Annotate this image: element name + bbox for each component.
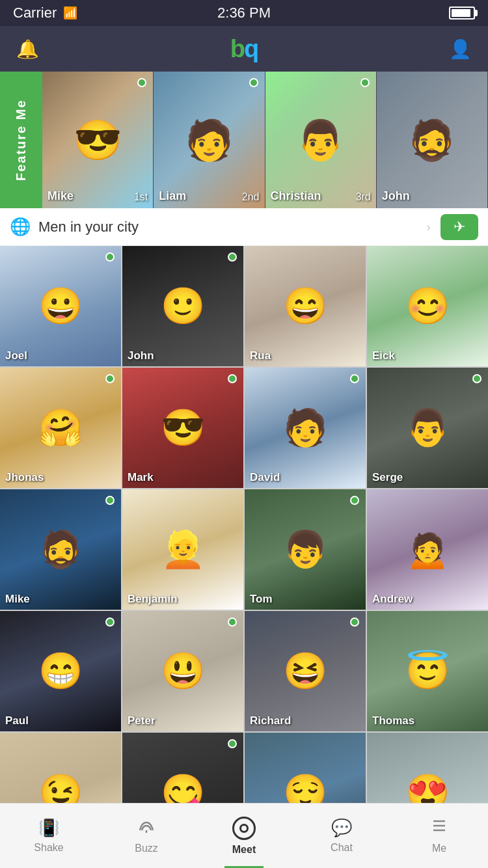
grid-item-Peter[interactable]: 😃Peter xyxy=(122,611,243,731)
grid-photo-16: 😉 xyxy=(0,733,121,803)
featured-bg-1: 😎 xyxy=(42,72,153,208)
logo-q: q xyxy=(244,35,258,63)
grid-item-David[interactable]: 🧑David xyxy=(245,368,366,488)
featured-rank-2: 2nd xyxy=(242,191,260,203)
grid-item-Mike[interactable]: 🧔Mike xyxy=(0,489,121,610)
grid-photo-13: 😃 xyxy=(122,611,243,731)
buzz-icon xyxy=(138,817,155,839)
tab-bar: 📳 Shake Buzz Meet 💬 Chat xyxy=(0,803,488,868)
featured-photo-4[interactable]: 🧔 John xyxy=(377,72,488,208)
grid-photo-6: 🧑 xyxy=(245,368,366,488)
grid-item-Andrew[interactable]: 🙍Andrew xyxy=(367,489,488,610)
tab-shake[interactable]: 📳 Shake xyxy=(0,804,98,868)
featured-photo-1[interactable]: 😎 Mike 1st xyxy=(42,72,154,208)
featured-bg-3: 👨 xyxy=(265,72,376,208)
globe-icon: 🌐 xyxy=(10,217,31,237)
online-dot-1 xyxy=(228,252,237,262)
grid-item-Jhonas[interactable]: 🤗Jhonas xyxy=(0,368,121,488)
grid-name-1: John xyxy=(128,349,154,362)
grid-name-0: Joel xyxy=(5,349,27,362)
grid-name-4: Jhonas xyxy=(5,471,44,484)
meet-target-icon xyxy=(232,817,256,840)
grid-name-6: David xyxy=(250,471,280,484)
grid-name-15: Thomas xyxy=(372,714,414,727)
online-dot-17 xyxy=(228,739,237,748)
meet-icon xyxy=(232,817,256,840)
grid-item-Benjamin[interactable]: 👱Benjamin xyxy=(122,489,243,610)
featured-name-1: Mike xyxy=(47,189,74,203)
feature-me-button[interactable]: Feature Me xyxy=(0,72,42,208)
battery-icon xyxy=(449,7,475,20)
grid-item-Rua[interactable]: 😄Rua xyxy=(245,246,366,366)
grid-photo-15: 😇 xyxy=(367,611,488,731)
grid-photo-8: 🧔 xyxy=(0,489,121,610)
grid-photo-3: 😊 xyxy=(367,246,488,366)
travel-button[interactable]: ✈ xyxy=(441,214,478,240)
online-dot-12 xyxy=(105,617,115,627)
online-dot-8 xyxy=(105,496,115,505)
grid-photo-0: 😀 xyxy=(0,246,121,366)
online-dot-4 xyxy=(105,374,115,383)
grid-item-19[interactable]: 😍 xyxy=(367,733,488,803)
tab-chat-label: Chat xyxy=(331,842,353,854)
featured-photo-2[interactable]: 🧑 Liam 2nd xyxy=(154,72,265,208)
grid-name-5: Mark xyxy=(128,471,154,484)
grid-item-Tom[interactable]: 👦Tom xyxy=(245,489,366,610)
grid-item-Serge[interactable]: 👨Serge xyxy=(367,368,488,488)
tab-buzz[interactable]: Buzz xyxy=(98,804,195,868)
featured-photo-3[interactable]: 👨 Christian 3rd xyxy=(265,72,377,208)
chevron-right-icon: › xyxy=(426,219,431,234)
featured-name-4: John xyxy=(382,189,410,203)
grid-item-Joel[interactable]: 😀Joel xyxy=(0,246,121,366)
location-bar[interactable]: 🌐 Men in your city › ✈ xyxy=(0,208,488,246)
online-dot-10 xyxy=(350,496,359,505)
grid-item-18[interactable]: 😌 xyxy=(245,733,366,803)
grid-name-12: Paul xyxy=(5,714,29,727)
grid-photo-10: 👦 xyxy=(245,489,366,610)
wifi-icon: 📶 xyxy=(63,6,77,20)
featured-name-3: Christian xyxy=(271,189,321,203)
tab-chat[interactable]: 💬 Chat xyxy=(293,804,390,868)
featured-rank-1: 1st xyxy=(134,191,148,203)
status-right xyxy=(449,7,475,20)
grid-name-3: Eick xyxy=(372,349,395,362)
online-dot-0 xyxy=(105,252,115,262)
grid-item-John[interactable]: 🙂John xyxy=(122,246,243,366)
grid-name-10: Tom xyxy=(250,593,273,606)
battery-fill xyxy=(452,9,470,17)
tab-shake-label: Shake xyxy=(34,842,63,854)
grid-name-13: Peter xyxy=(128,714,156,727)
grid-item-16[interactable]: 😉 xyxy=(0,733,121,803)
grid-photo-17: 😋 xyxy=(122,733,243,803)
grid-name-2: Rua xyxy=(250,349,271,362)
status-left: Carrier 📶 xyxy=(13,5,77,21)
carrier-label: Carrier xyxy=(13,5,57,21)
online-dot-7 xyxy=(472,374,481,383)
grid-name-7: Serge xyxy=(372,471,403,484)
featured-rank-3: 3rd xyxy=(356,191,371,203)
featured-strip: Feature Me 😎 Mike 1st 🧑 Liam 2nd 👨 Chris… xyxy=(0,72,488,208)
tab-buzz-label: Buzz xyxy=(135,843,158,854)
grid-photo-2: 😄 xyxy=(245,246,366,366)
shake-icon: 📳 xyxy=(38,818,59,838)
grid-item-Richard[interactable]: 😆Richard xyxy=(245,611,366,731)
grid-item-Mark[interactable]: 😎Mark xyxy=(122,368,243,488)
user-grid: 😀Joel🙂John😄Rua😊Eick🤗Jhonas😎Mark🧑David👨Se… xyxy=(0,246,488,803)
grid-photo-9: 👱 xyxy=(122,489,243,610)
grid-photo-14: 😆 xyxy=(245,611,366,731)
bell-icon[interactable]: 🔔 xyxy=(16,38,39,60)
status-time: 2:36 PM xyxy=(217,5,271,21)
tab-me[interactable]: Me xyxy=(390,804,488,868)
tab-meet[interactable]: Meet xyxy=(195,804,293,868)
grid-item-Paul[interactable]: 😁Paul xyxy=(0,611,121,731)
grid-item-17[interactable]: 😋 xyxy=(122,733,243,803)
grid-item-Eick[interactable]: 😊Eick xyxy=(367,246,488,366)
profile-icon[interactable]: 👤 xyxy=(449,38,472,60)
featured-bg-4: 🧔 xyxy=(377,72,487,208)
content-area[interactable]: Feature Me 😎 Mike 1st 🧑 Liam 2nd 👨 Chris… xyxy=(0,72,488,803)
grid-item-Thomas[interactable]: 😇Thomas xyxy=(367,611,488,731)
online-dot-6 xyxy=(350,374,359,383)
grid-photo-7: 👨 xyxy=(367,368,488,488)
grid-name-11: Andrew xyxy=(372,593,413,606)
grid-photo-5: 😎 xyxy=(122,368,243,488)
